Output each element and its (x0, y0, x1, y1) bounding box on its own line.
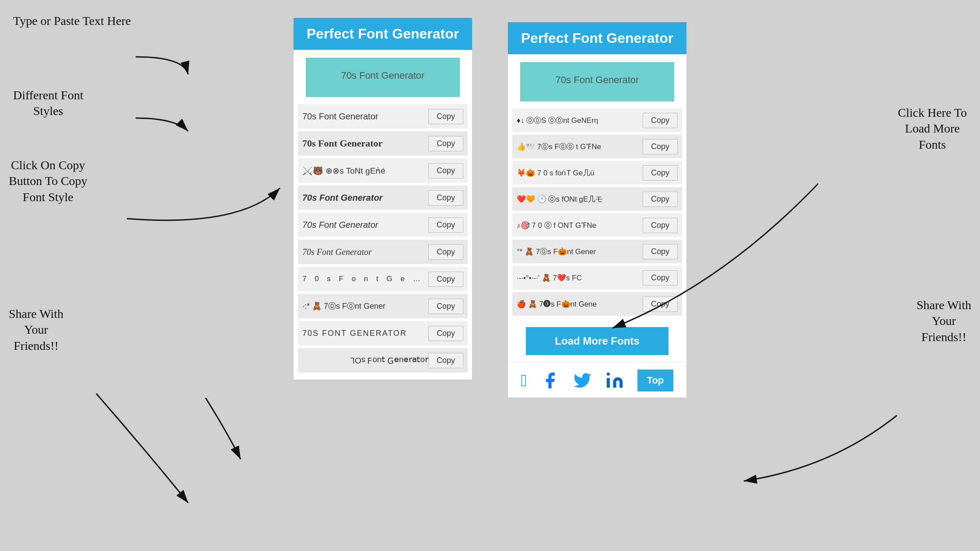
font-text: ❤️🧡 🕐 ⓪s fONt gE几モ (517, 194, 643, 204)
copy-button[interactable]: Copy (428, 326, 463, 341)
table-row: 70s Font Generator Copy (298, 213, 468, 237)
table-row: 🍎 🧸 7⓿s F🎃nt Gene Copy (512, 292, 682, 316)
table-row: 70s FONT GENERATOR Copy (298, 321, 468, 345)
right-panel-title: Perfect Font Generator (521, 30, 674, 46)
font-text: 70s Font Generator (302, 247, 428, 257)
copy-button[interactable]: Copy (428, 244, 463, 260)
font-text: 70s Font Generator (302, 193, 428, 203)
main-container: Perfect Font Generator 70s Font Generato… (0, 0, 980, 551)
table-row: 70s Font Generator Copy (298, 185, 468, 210)
social-bar:  Top (508, 361, 686, 398)
right-font-list: ♦↓ ⓪⓪S ⓪⓪nt GeNErη Copy 👍🕊️ 7⓪s F⓪⓪ t G℉… (508, 106, 686, 323)
font-text: 👍🕊️ 7⓪s F⓪⓪ t G℉Ne (517, 142, 643, 152)
left-panel-header: Perfect Font Generator (294, 18, 472, 50)
table-row: ɹoʇɐɹǝuǝ⅁ ʇuoℲ sOL Copy (298, 348, 468, 373)
left-panel: Perfect Font Generator 70s Font Generato… (293, 17, 472, 380)
left-panel-input[interactable]: 70s Font Generator (306, 58, 460, 97)
copy-button[interactable]: Copy (643, 296, 678, 312)
svg-point-1 (606, 373, 609, 376)
copy-button[interactable]: Copy (428, 136, 463, 151)
twitter-icon-svg[interactable] (573, 371, 592, 390)
table-row: ♦↓ ⓪⓪S ⓪⓪nt GeNErη Copy (512, 108, 682, 132)
annotation-share-right-text: Share WithYourFriends!! (917, 298, 971, 344)
left-panel-title: Perfect Font Generator (307, 26, 459, 42)
font-text: ·-·•°•·-·' 🧸 7❤️s FC (517, 273, 643, 282)
font-text: 70s Font Generator (302, 112, 428, 122)
copy-button[interactable]: Copy (643, 113, 678, 128)
annotation-click-load-text: Click Here ToLoad MoreFonts (898, 106, 967, 151)
top-button[interactable]: Top (637, 370, 674, 391)
annotation-share-left-text: Share WithYourFriends!! (9, 307, 63, 352)
table-row: ❤️🧡 🕐 ⓪s fONt gE几モ Copy (512, 187, 682, 211)
font-text: ⚔️🐻 ⊕⊗s ToNt gEṅé (302, 166, 428, 176)
font-text: 70s Font Generator (302, 220, 428, 230)
right-input-text: 70s Font Generator (556, 74, 639, 85)
annotation-type-paste-text: Type or Paste Text Here (13, 14, 131, 28)
table-row: ⚔️🐻 ⊕⊗s ToNt gEṅé Copy (298, 158, 468, 183)
font-text: °* 🧸 7⓪s F🎃nt Gener (517, 247, 643, 257)
table-row: 70s Font Generator Copy (298, 131, 468, 156)
table-row: 🦊🎃 7 0 s foṅT Ge几ü Copy (512, 161, 682, 185)
font-text: 70s FONT GENERATOR (302, 329, 428, 338)
table-row: ·-·•°•·-·' 🧸 7❤️s FC Copy (512, 266, 682, 289)
copy-button[interactable]: Copy (643, 270, 678, 286)
right-panel: Perfect Font Generator 70s Font Generato… (508, 22, 687, 398)
font-text: 7 0 s F o n t G e n e (302, 275, 428, 283)
copy-button[interactable]: Copy (643, 218, 678, 233)
left-input-text: 70s Font Generator (341, 70, 425, 81)
table-row: 70s Font Generator Copy (298, 240, 468, 264)
table-row: ·:* 🧸 7⓪s F⓪nt Gener Copy (298, 294, 468, 318)
table-row: 👍🕊️ 7⓪s F⓪⓪ t G℉Ne Copy (512, 135, 682, 158)
copy-button[interactable]: Copy (428, 217, 463, 233)
left-font-list: 70s Font Generator Copy 70s Font Generat… (294, 101, 472, 380)
linkedin-icon-svg[interactable] (605, 371, 624, 390)
copy-button[interactable]: Copy (643, 244, 678, 259)
font-text: 🍎 🧸 7⓿s F🎃nt Gene (517, 300, 643, 309)
annotation-click-load: Click Here ToLoad MoreFonts (898, 105, 967, 153)
font-text: ♪🎯 7 0 ⓪ f ONT G℉Ne (517, 220, 643, 230)
font-text: ♦↓ ⓪⓪S ⓪⓪nt GeNErη (517, 115, 643, 126)
copy-button[interactable]: Copy (428, 353, 463, 368)
copy-button[interactable]: Copy (643, 139, 678, 154)
facebook-icon-svg[interactable] (540, 371, 560, 390)
copy-button[interactable]: Copy (428, 190, 463, 206)
annotation-share-left: Share WithYourFriends!! (9, 306, 63, 354)
right-panel-input[interactable]: 70s Font Generator (520, 62, 674, 101)
copy-button[interactable]: Copy (428, 109, 463, 124)
annotation-type-paste: Type or Paste Text Here (13, 13, 131, 29)
copy-button[interactable]: Copy (643, 192, 678, 207)
font-text: 70s Font Generator (302, 138, 428, 149)
font-text: ɹoʇɐɹǝuǝ⅁ ʇuoℲ sOL (302, 356, 428, 366)
annotation-copy-btn: Click On CopyButton To CopyFont Style (9, 157, 88, 205)
table-row: 7 0 s F o n t G e n e Copy (298, 267, 468, 291)
annotation-font-styles: Different FontStyles (13, 87, 83, 119)
copy-button[interactable]: Copy (428, 272, 463, 287)
table-row: ♪🎯 7 0 ⓪ f ONT G℉Ne Copy (512, 213, 682, 237)
annotation-share-right: Share WithYourFriends!! (917, 297, 971, 345)
annotation-copy-text: Click On CopyButton To CopyFont Style (9, 158, 88, 204)
load-more-button[interactable]: Load More Fonts (526, 327, 668, 355)
facebook-icon[interactable]:  (521, 371, 527, 390)
copy-button[interactable]: Copy (428, 299, 463, 314)
copy-button[interactable]: Copy (643, 165, 678, 181)
font-text: ·:* 🧸 7⓪s F⓪nt Gener (302, 301, 428, 311)
copy-button[interactable]: Copy (428, 163, 463, 178)
font-text: 🦊🎃 7 0 s foṅT Ge几ü (517, 168, 643, 178)
right-panel-header: Perfect Font Generator (508, 22, 686, 54)
table-row: °* 🧸 7⓪s F🎃nt Gener Copy (512, 240, 682, 263)
annotation-font-styles-text: Different FontStyles (13, 88, 83, 118)
table-row: 70s Font Generator Copy (298, 104, 468, 129)
